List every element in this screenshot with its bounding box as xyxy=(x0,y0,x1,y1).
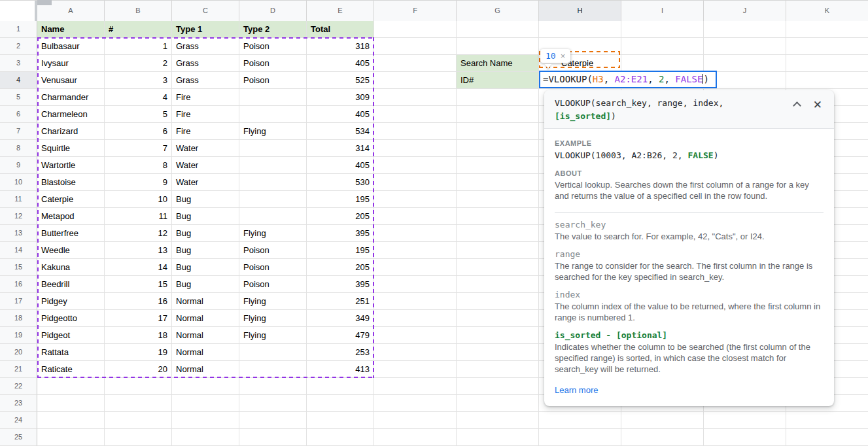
cell-J1[interactable] xyxy=(704,21,786,38)
row-header-17[interactable]: 17 xyxy=(0,293,37,310)
cell-F19[interactable] xyxy=(374,327,457,344)
row-header-4[interactable]: 4 xyxy=(0,72,37,89)
cell-G10[interactable] xyxy=(457,174,539,191)
cell-B12[interactable]: 11 xyxy=(105,208,172,225)
column-header-B[interactable]: B xyxy=(105,1,172,21)
row-header-25[interactable]: 25 xyxy=(0,429,37,446)
cell-D12[interactable] xyxy=(239,208,307,225)
cell-D18[interactable]: Flying xyxy=(239,310,307,327)
cell-E1[interactable]: Total xyxy=(307,21,374,38)
cell-D3[interactable]: Poison xyxy=(239,55,307,72)
cell-F21[interactable] xyxy=(374,361,457,378)
cell-B2[interactable]: 1 xyxy=(105,38,172,55)
cell-H25[interactable] xyxy=(539,429,621,446)
cell-E15[interactable]: 205 xyxy=(307,259,374,276)
cell-A2[interactable]: Bulbasaur xyxy=(37,38,105,55)
cell-E5[interactable]: 309 xyxy=(307,89,374,106)
column-header-E[interactable]: E xyxy=(307,1,374,21)
cell-F9[interactable] xyxy=(374,157,457,174)
column-header-F[interactable]: F xyxy=(374,1,457,21)
cell-F14[interactable] xyxy=(374,242,457,259)
cell-K25[interactable] xyxy=(786,429,868,446)
cell-E10[interactable]: 530 xyxy=(307,174,374,191)
cell-A5[interactable]: Charmander xyxy=(37,89,105,106)
cell-C3[interactable]: Grass xyxy=(172,55,239,72)
cell-E17[interactable]: 251 xyxy=(307,293,374,310)
cell-G21[interactable] xyxy=(457,361,539,378)
cell-C20[interactable]: Normal xyxy=(172,344,239,361)
cell-J24[interactable] xyxy=(704,412,786,429)
cell-B4[interactable]: 3 xyxy=(105,72,172,89)
cell-F24[interactable] xyxy=(374,412,457,429)
cell-D19[interactable]: Flying xyxy=(239,327,307,344)
row-header-9[interactable]: 9 xyxy=(0,157,37,174)
cell-G23[interactable] xyxy=(457,395,539,412)
row-header-6[interactable]: 6 xyxy=(0,106,37,123)
cell-D7[interactable]: Flying xyxy=(239,123,307,140)
chip-close-icon[interactable]: × xyxy=(561,52,566,60)
cell-C11[interactable]: Bug xyxy=(172,191,239,208)
cell-A9[interactable]: Wartortle xyxy=(37,157,105,174)
cell-E21[interactable]: 413 xyxy=(307,361,374,378)
cell-G3[interactable]: Search Name xyxy=(457,55,539,72)
cell-E23[interactable] xyxy=(307,395,374,412)
cell-D21[interactable] xyxy=(239,361,307,378)
row-header-16[interactable]: 16 xyxy=(0,276,37,293)
cell-D17[interactable]: Flying xyxy=(239,293,307,310)
cell-A8[interactable]: Squirtle xyxy=(37,140,105,157)
cell-B19[interactable]: 18 xyxy=(105,327,172,344)
cell-E20[interactable]: 253 xyxy=(307,344,374,361)
cell-F1[interactable] xyxy=(374,21,457,38)
row-header-11[interactable]: 11 xyxy=(0,191,37,208)
cell-E12[interactable]: 205 xyxy=(307,208,374,225)
cell-A22[interactable] xyxy=(37,378,105,395)
cell-F17[interactable] xyxy=(374,293,457,310)
cell-D20[interactable] xyxy=(239,344,307,361)
cell-B13[interactable]: 12 xyxy=(105,225,172,242)
cell-B23[interactable] xyxy=(105,395,172,412)
row-header-20[interactable]: 20 xyxy=(0,344,37,361)
row-header-3[interactable]: 3 xyxy=(0,55,37,72)
cell-A25[interactable] xyxy=(37,429,105,446)
column-header-C[interactable]: C xyxy=(172,1,239,21)
cell-B7[interactable]: 6 xyxy=(105,123,172,140)
cell-F15[interactable] xyxy=(374,259,457,276)
cell-F10[interactable] xyxy=(374,174,457,191)
cell-A7[interactable]: Charizard xyxy=(37,123,105,140)
cell-C10[interactable]: Water xyxy=(172,174,239,191)
cell-D14[interactable]: Poison xyxy=(239,242,307,259)
row-header-10[interactable]: 10 xyxy=(0,174,37,191)
cell-G16[interactable] xyxy=(457,276,539,293)
cell-C4[interactable]: Grass xyxy=(172,72,239,89)
cell-D16[interactable]: Poison xyxy=(239,276,307,293)
cell-A16[interactable]: Beedrill xyxy=(37,276,105,293)
cell-B14[interactable]: 13 xyxy=(105,242,172,259)
cell-G12[interactable] xyxy=(457,208,539,225)
cell-E16[interactable]: 395 xyxy=(307,276,374,293)
cell-E13[interactable]: 395 xyxy=(307,225,374,242)
cell-H24[interactable] xyxy=(539,412,621,429)
cell-K3[interactable] xyxy=(786,55,868,72)
column-header-D[interactable]: D xyxy=(239,1,307,21)
cell-G19[interactable] xyxy=(457,327,539,344)
cell-C23[interactable] xyxy=(172,395,239,412)
row-header-15[interactable]: 15 xyxy=(0,259,37,276)
cell-I1[interactable] xyxy=(621,21,704,38)
cell-B6[interactable]: 5 xyxy=(105,106,172,123)
cell-C24[interactable] xyxy=(172,412,239,429)
cell-E25[interactable] xyxy=(307,429,374,446)
cell-K1[interactable] xyxy=(786,21,868,38)
cell-D24[interactable] xyxy=(239,412,307,429)
row-header-1[interactable]: 1 xyxy=(0,21,37,38)
cell-C7[interactable]: Fire xyxy=(172,123,239,140)
column-header-K[interactable]: K xyxy=(786,1,868,21)
cell-B22[interactable] xyxy=(105,378,172,395)
cell-D13[interactable]: Flying xyxy=(239,225,307,242)
cell-G20[interactable] xyxy=(457,344,539,361)
cell-J25[interactable] xyxy=(704,429,786,446)
cell-C16[interactable]: Bug xyxy=(172,276,239,293)
cell-F16[interactable] xyxy=(374,276,457,293)
select-all-corner[interactable] xyxy=(0,1,37,21)
column-header-I[interactable]: I xyxy=(621,1,704,21)
cell-D25[interactable] xyxy=(239,429,307,446)
